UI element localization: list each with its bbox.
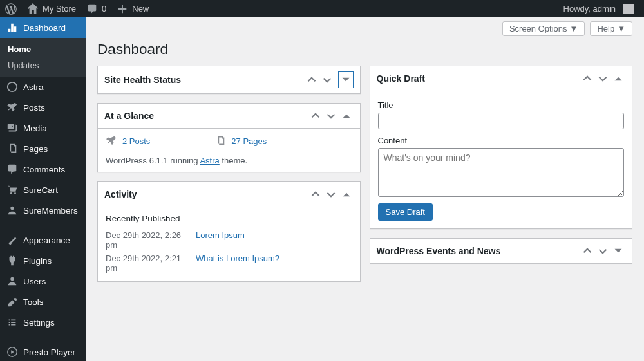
menu-suremembers[interactable]: SureMembers: [0, 200, 86, 221]
howdy-text: Howdy, admin: [564, 4, 616, 14]
brush-icon: [6, 234, 18, 246]
play-icon: [6, 346, 18, 358]
avatar: [623, 4, 634, 14]
activity-row: Dec 29th 2022, 2:26 pm Lorem Ipsum: [106, 228, 352, 252]
menu-posts[interactable]: Posts: [0, 97, 86, 118]
comment-icon: [6, 163, 18, 175]
content-area: Screen Options▼ Help▼ Dashboard Site Hea…: [86, 17, 644, 361]
toggle-button[interactable]: [338, 71, 354, 88]
wp-logo[interactable]: [0, 0, 22, 17]
menu-astra[interactable]: Astra: [0, 77, 86, 97]
move-down-button[interactable]: [596, 71, 610, 86]
wordpress-icon: [5, 3, 17, 15]
activity-date: Dec 29th 2022, 2:26 pm: [106, 230, 189, 250]
screen-options-button[interactable]: Screen Options▼: [502, 21, 585, 36]
comments-link[interactable]: 0: [81, 0, 111, 17]
move-up-button[interactable]: [580, 71, 594, 86]
activity-link[interactable]: What is Lorem Ipsum?: [196, 254, 279, 273]
toggle-button[interactable]: [339, 109, 354, 123]
members-icon: [6, 205, 18, 216]
menu-settings[interactable]: Settings: [0, 312, 86, 333]
events-box: WordPress Events and News: [370, 238, 633, 264]
at-a-glance-box: At a Glance 2 Posts 27 Pages WordPress 6…: [97, 103, 361, 172]
site-link[interactable]: My Store: [22, 0, 81, 17]
events-title: WordPress Events and News: [377, 246, 501, 256]
toggle-button[interactable]: [611, 244, 625, 258]
theme-link[interactable]: Astra: [200, 156, 219, 165]
glance-posts[interactable]: 2 Posts: [106, 135, 150, 147]
toggle-button[interactable]: [611, 71, 625, 86]
settings-icon: [6, 317, 18, 328]
menu-plugins[interactable]: Plugins: [0, 250, 86, 271]
wp-version-text: WordPress 6.1.1 running Astra theme.: [106, 156, 352, 165]
comment-icon: [86, 3, 98, 15]
astra-icon: [6, 81, 18, 93]
menu-surecart[interactable]: SureCart: [0, 180, 86, 200]
menu-media[interactable]: Media: [0, 118, 86, 138]
page-icon: [6, 143, 18, 154]
submenu-dashboard: Home Updates: [0, 38, 86, 77]
submenu-updates[interactable]: Updates: [0, 57, 86, 73]
save-draft-button[interactable]: Save Draft: [378, 203, 433, 221]
site-name: My Store: [43, 4, 76, 14]
pin-icon: [6, 102, 18, 113]
move-down-button[interactable]: [324, 187, 338, 201]
move-down-button[interactable]: [596, 244, 610, 258]
move-up-button[interactable]: [308, 187, 323, 201]
menu-appearance[interactable]: Appearance: [0, 230, 86, 250]
page-title: Dashboard: [97, 36, 632, 66]
move-down-button[interactable]: [320, 73, 334, 87]
menu-pages[interactable]: Pages: [0, 138, 86, 159]
activity-section-title: Recently Published: [106, 214, 352, 223]
help-button[interactable]: Help▼: [590, 21, 632, 36]
move-up-button[interactable]: [308, 109, 323, 123]
user-icon: [6, 275, 18, 287]
dashboard-icon: [6, 22, 18, 33]
toggle-button[interactable]: [339, 187, 354, 201]
svg-point-0: [8, 82, 17, 91]
activity-title: Activity: [104, 189, 137, 199]
menu-comments[interactable]: Comments: [0, 159, 86, 180]
move-down-button[interactable]: [324, 109, 338, 123]
plus-icon: [117, 3, 128, 15]
home-icon: [27, 3, 39, 15]
page-icon: [214, 135, 226, 147]
content-label: Content: [378, 136, 625, 145]
activity-box: Activity Recently Published Dec 29th 202…: [97, 181, 361, 282]
activity-link[interactable]: Lorem Ipsum: [196, 230, 245, 250]
pin-icon: [106, 135, 117, 147]
submenu-home[interactable]: Home: [0, 41, 86, 57]
site-health-box: Site Health Status: [97, 66, 361, 94]
comment-count: 0: [102, 4, 106, 14]
quick-draft-box: Quick Draft Title Content: [370, 66, 633, 229]
glance-pages[interactable]: 27 Pages: [214, 135, 267, 147]
activity-row: Dec 29th 2022, 2:21 pm What is Lorem Ips…: [106, 252, 352, 275]
svg-point-1: [10, 192, 12, 194]
move-up-button[interactable]: [580, 244, 594, 258]
cart-icon: [6, 184, 18, 196]
new-label: New: [132, 4, 149, 14]
caret-down-icon: ▼: [570, 24, 578, 33]
caret-down-icon: ▼: [617, 24, 625, 33]
new-link[interactable]: New: [111, 0, 154, 17]
activity-date: Dec 29th 2022, 2:21 pm: [106, 254, 189, 273]
admin-bar: My Store 0 New Howdy, admin: [0, 0, 644, 17]
glance-title: At a Glance: [104, 111, 154, 121]
menu-users[interactable]: Users: [0, 271, 86, 292]
title-label: Title: [378, 100, 625, 110]
content-textarea[interactable]: [378, 148, 625, 197]
menu-presto[interactable]: Presto Player: [0, 342, 86, 361]
quick-draft-title: Quick Draft: [377, 73, 425, 84]
menu-dashboard[interactable]: Dashboard: [0, 17, 86, 38]
media-icon: [6, 122, 18, 134]
wrench-icon: [6, 296, 18, 308]
menu-tools[interactable]: Tools: [0, 292, 86, 312]
svg-point-2: [14, 192, 16, 194]
plug-icon: [6, 255, 18, 266]
title-input[interactable]: [378, 113, 625, 129]
move-up-button[interactable]: [305, 73, 319, 87]
site-health-title: Site Health Status: [104, 75, 181, 85]
admin-sidebar: Dashboard Home Updates Astra Posts Media…: [0, 17, 86, 361]
account-link[interactable]: Howdy, admin: [558, 0, 639, 17]
